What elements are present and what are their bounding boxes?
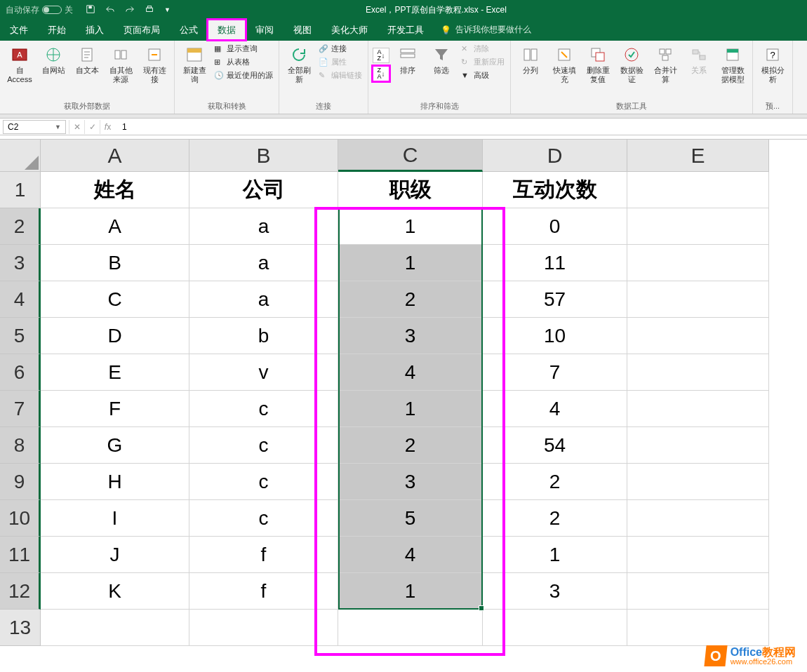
- cell[interactable]: I: [41, 500, 189, 537]
- cell[interactable]: F: [41, 391, 189, 427]
- row-header[interactable]: 6: [0, 354, 41, 391]
- menu-formulas[interactable]: 公式: [170, 20, 208, 40]
- cell[interactable]: 1: [338, 245, 483, 281]
- cell[interactable]: J: [41, 537, 189, 573]
- cell[interactable]: [627, 281, 769, 318]
- cell[interactable]: c: [189, 391, 338, 427]
- cell[interactable]: H: [41, 464, 189, 500]
- cell[interactable]: 4: [338, 537, 483, 573]
- cell[interactable]: [627, 208, 769, 245]
- cell[interactable]: [627, 354, 769, 391]
- recent-sources-button[interactable]: 🕓最近使用的源: [213, 70, 274, 81]
- cell[interactable]: D: [41, 318, 189, 354]
- sort-asc-button[interactable]: AZ↓: [373, 48, 389, 63]
- existing-conn-button[interactable]: 现有连接: [139, 43, 170, 86]
- show-queries-button[interactable]: ▦显示查询: [213, 43, 274, 54]
- row-header[interactable]: 9: [0, 464, 41, 500]
- cell[interactable]: 1: [338, 573, 483, 610]
- save-icon[interactable]: [86, 4, 95, 16]
- cell[interactable]: f: [189, 573, 338, 610]
- menu-layout[interactable]: 页面布局: [114, 20, 170, 40]
- menu-view[interactable]: 视图: [284, 20, 321, 40]
- cell[interactable]: b: [189, 318, 338, 354]
- from-text-button[interactable]: 自文本: [72, 43, 102, 76]
- row-header[interactable]: 13: [0, 610, 41, 646]
- cell[interactable]: 互动次数: [483, 172, 627, 208]
- text-to-columns-button[interactable]: 分列: [515, 43, 546, 76]
- cell[interactable]: [627, 427, 769, 464]
- qat-dropdown-icon[interactable]: ▼: [164, 6, 171, 13]
- tell-me-search[interactable]: 💡 告诉我你想要做什么: [434, 20, 538, 40]
- row-header[interactable]: 8: [0, 427, 41, 464]
- consolidate-button[interactable]: 合并计算: [650, 43, 681, 86]
- cell[interactable]: A: [41, 208, 189, 245]
- autosave-toggle[interactable]: 自动保存 关: [0, 4, 79, 16]
- cell[interactable]: [627, 318, 769, 354]
- cell[interactable]: a: [189, 208, 338, 245]
- cell[interactable]: 7: [483, 354, 627, 391]
- whatif-button[interactable]: ?模拟分析: [757, 43, 788, 86]
- menu-developer[interactable]: 开发工具: [378, 20, 434, 40]
- cell[interactable]: B: [41, 245, 189, 281]
- worksheet[interactable]: A B C D E 1 姓名 公司 职级 互动次数 2Aa103Ba1114Ca…: [0, 140, 807, 646]
- row-header[interactable]: 2: [0, 208, 41, 245]
- cell[interactable]: 57: [483, 281, 627, 318]
- select-all-triangle[interactable]: [0, 140, 41, 172]
- menu-insert[interactable]: 插入: [76, 20, 114, 40]
- cell[interactable]: c: [189, 427, 338, 464]
- cell[interactable]: 2: [483, 464, 627, 500]
- cell[interactable]: 2: [338, 427, 483, 464]
- col-header-C[interactable]: C: [338, 140, 483, 172]
- print-icon[interactable]: [145, 4, 154, 16]
- cell[interactable]: f: [189, 537, 338, 573]
- cell[interactable]: 0: [483, 208, 627, 245]
- redo-icon[interactable]: [125, 4, 135, 16]
- menu-data[interactable]: 数据: [208, 20, 246, 40]
- from-access-button[interactable]: A自 Access: [4, 43, 35, 86]
- cell[interactable]: G: [41, 427, 189, 464]
- cell[interactable]: [338, 610, 483, 646]
- from-table-button[interactable]: ⊞从表格: [213, 57, 274, 67]
- cell[interactable]: [627, 537, 769, 573]
- cell[interactable]: 11: [483, 245, 627, 281]
- cell[interactable]: [41, 610, 189, 646]
- row-header[interactable]: 1: [0, 172, 41, 208]
- row-header[interactable]: 4: [0, 281, 41, 318]
- advanced-button[interactable]: ▼高级: [460, 70, 506, 81]
- row-header[interactable]: 12: [0, 573, 41, 610]
- from-web-button[interactable]: 自网站: [38, 43, 69, 76]
- cell[interactable]: 4: [338, 354, 483, 391]
- data-model-button[interactable]: 管理数据模型: [717, 43, 748, 86]
- cell[interactable]: [627, 610, 769, 646]
- cell[interactable]: a: [189, 281, 338, 318]
- accept-formula-button[interactable]: ✓: [84, 120, 100, 134]
- cell[interactable]: v: [189, 354, 338, 391]
- cell[interactable]: c: [189, 500, 338, 537]
- row-header[interactable]: 7: [0, 391, 41, 427]
- row-header[interactable]: 10: [0, 500, 41, 537]
- cell[interactable]: 2: [483, 500, 627, 537]
- cell[interactable]: 3: [338, 318, 483, 354]
- cell[interactable]: 54: [483, 427, 627, 464]
- cell[interactable]: [627, 500, 769, 537]
- cell[interactable]: 公司: [189, 172, 338, 208]
- cell[interactable]: 3: [338, 464, 483, 500]
- cell[interactable]: 5: [338, 500, 483, 537]
- formula-input[interactable]: 1: [118, 122, 807, 132]
- col-header-B[interactable]: B: [189, 140, 338, 172]
- cell[interactable]: c: [189, 464, 338, 500]
- cell[interactable]: a: [189, 245, 338, 281]
- cell[interactable]: 1: [483, 537, 627, 573]
- remove-duplicates-button[interactable]: 删除重复值: [582, 43, 613, 86]
- name-box[interactable]: C2 ▼: [3, 120, 66, 134]
- cell[interactable]: [627, 245, 769, 281]
- data-validation-button[interactable]: 数据验证: [616, 43, 647, 86]
- cell[interactable]: K: [41, 573, 189, 610]
- menu-file[interactable]: 文件: [0, 20, 38, 40]
- cell[interactable]: 1: [338, 208, 483, 245]
- cell[interactable]: C: [41, 281, 189, 318]
- cell[interactable]: [189, 610, 338, 646]
- flash-fill-button[interactable]: 快速填充: [549, 43, 580, 86]
- sort-desc-button[interactable]: ZA↓: [373, 66, 389, 81]
- refresh-all-button[interactable]: 全部刷新: [284, 43, 314, 86]
